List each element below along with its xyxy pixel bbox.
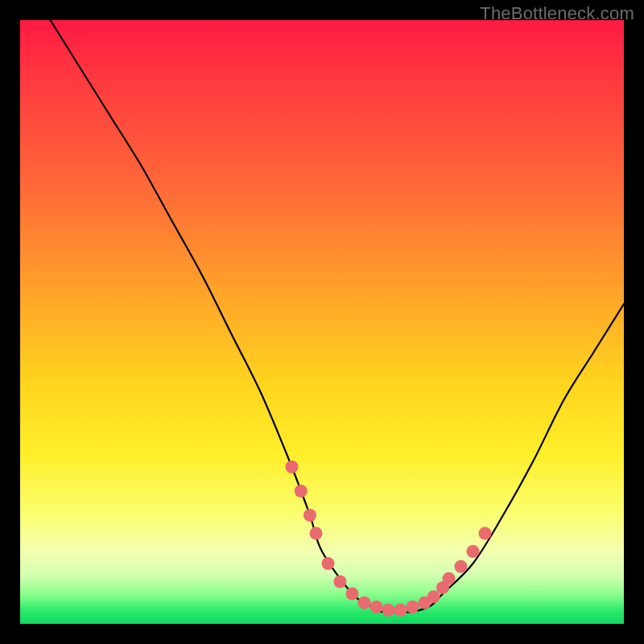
marker-dot (303, 509, 316, 522)
chart-frame: TheBottleneck.com (0, 0, 644, 644)
marker-dot (322, 557, 335, 570)
marker-dot (370, 601, 383, 613)
marker-dot (455, 560, 468, 573)
marker-dot (382, 604, 395, 617)
marker-dot (334, 576, 347, 588)
marker-dot (467, 545, 480, 558)
marker-dot (394, 604, 407, 617)
marker-dot (479, 527, 492, 540)
marker-dot (358, 597, 371, 609)
bottleneck-curve (51, 20, 625, 613)
marker-dot (310, 527, 323, 540)
curve-markers (286, 460, 492, 617)
marker-dot (443, 572, 456, 585)
marker-dot (346, 588, 359, 601)
chart-svg (20, 20, 624, 624)
marker-dot (407, 601, 419, 613)
marker-dot (295, 485, 308, 497)
marker-dot (286, 460, 299, 473)
attribution-label: TheBottleneck.com (480, 3, 634, 24)
plot-area (20, 20, 624, 624)
